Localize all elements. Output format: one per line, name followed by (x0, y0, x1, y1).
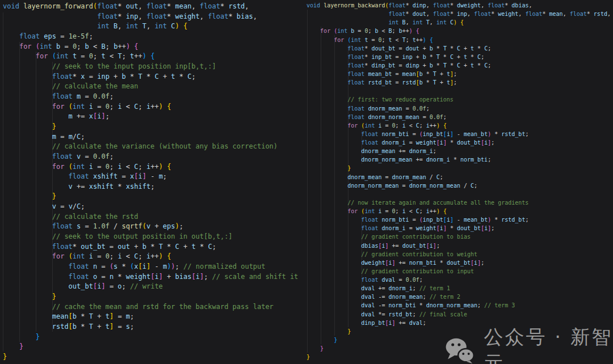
code-token: * (587, 11, 594, 17)
code-token: float (200, 2, 220, 10)
code-token: * (196, 243, 208, 251)
code-token (306, 345, 320, 352)
code-token: inp (126, 12, 138, 20)
code-token: for (52, 163, 65, 171)
indent-guide (19, 42, 20, 342)
code-token: } (3, 353, 7, 361)
watermark-text: 公众号 · 新智元 (484, 324, 613, 364)
code-token: ) (159, 252, 163, 260)
code-line: float* inp, float* weight, float* bias, (3, 12, 298, 22)
code-token: float (347, 62, 364, 69)
code-token: ; (392, 28, 399, 34)
code-token: += (396, 260, 409, 266)
code-panel-layernorm-backward[interactable]: void layernorm_backward(float* dinp, flo… (306, 1, 611, 361)
code-token: + (460, 62, 471, 69)
code-token: < (406, 122, 416, 129)
code-token: = (97, 273, 110, 281)
code-token (89, 273, 93, 281)
code-token: < (406, 208, 416, 214)
code-token: dnorm_i (389, 285, 413, 291)
code-token: m (159, 172, 163, 180)
code-token: * (491, 131, 501, 137)
code-token: = (396, 62, 406, 69)
code-line: dnorm_norm_mean += dnorm_i * norm_bti; (306, 155, 611, 164)
code-token: * (364, 62, 371, 69)
code-token: ; (433, 148, 436, 154)
code-token: [ (138, 263, 142, 270)
code-token: * (474, 62, 484, 69)
code-token: ; (423, 294, 430, 300)
code-token: float (52, 243, 73, 251)
indent-guide (36, 52, 36, 332)
code-token: , (481, 2, 488, 9)
code-token: dnorm_norm_mean (409, 183, 460, 189)
code-token: T (117, 52, 121, 60)
code-token: dnorm_i (426, 156, 450, 163)
code-token: norm_bti (460, 156, 488, 163)
code-token (3, 142, 52, 150)
code-token (306, 11, 389, 17)
code-token: dnorm_mean (347, 174, 381, 180)
code-token: ++ (150, 163, 158, 171)
code-token: ; (477, 302, 484, 308)
code-token: ; (192, 73, 196, 81)
code-token: mean_bt (464, 217, 488, 223)
code-token: i (196, 273, 200, 281)
code-token: 1e-5f (69, 32, 89, 40)
code-token: { (167, 103, 171, 111)
code-token: * (163, 243, 175, 251)
code-token: inp (402, 54, 413, 60)
code-token: int (73, 163, 85, 171)
code-line: // gradient contribution to input (306, 267, 611, 276)
code-token: , (200, 12, 208, 20)
code-token: dval (409, 320, 423, 326)
code-token: , (518, 11, 525, 17)
code-token: dnorm_norm_mean (361, 156, 412, 163)
code-line: float dnorm_norm_mean = 0.0f; (306, 113, 611, 121)
code-token: ( (69, 103, 73, 111)
code-token: ; (491, 139, 494, 146)
code-token: ; (110, 103, 117, 111)
code-line: float dval = 0.0f; (306, 276, 611, 284)
code-token: for (36, 52, 48, 60)
code-line: v = v/C; (3, 202, 298, 212)
code-line: dval *= rstd_bt; // final scale (306, 310, 611, 319)
code-line: float dnorm_mean = 0.0f; (306, 104, 611, 113)
code-token: * (447, 139, 457, 146)
code-token: + (179, 243, 192, 251)
code-token: float (97, 12, 117, 20)
code-token: t (106, 323, 110, 331)
code-token: + (419, 62, 430, 69)
code-token (85, 252, 89, 260)
code-token: ; (106, 112, 110, 120)
code-token: ; (406, 37, 413, 43)
code-panel-layernorm-forward[interactable]: void layernorm_forward(float* out, float… (3, 2, 298, 362)
code-token: ) (159, 103, 163, 111)
code-token: weight (416, 225, 436, 231)
code-token: weight (126, 273, 150, 281)
code-token: * (117, 12, 125, 20)
code-token: out_bt (69, 282, 93, 290)
code-token: C (134, 103, 138, 111)
code-token (64, 252, 68, 260)
code-token: b (122, 73, 126, 81)
code-token (306, 122, 347, 129)
code-token: 0.0f (93, 153, 110, 160)
wechat-icon (444, 335, 475, 364)
code-line: float* dout_bt = dout + b * T * C + t * … (306, 44, 611, 53)
code-token: dbias (361, 243, 378, 249)
code-line: // first: two reduce operations (306, 95, 611, 104)
code-token: * (447, 45, 457, 52)
code-token: dnorm_i (381, 139, 405, 146)
code-token: rstd_bt (501, 217, 525, 223)
code-token: } (320, 345, 324, 352)
code-token: [ (69, 323, 73, 331)
code-token: float (347, 79, 364, 86)
code-token: ; (491, 225, 494, 231)
code-token: -= (375, 302, 388, 308)
code-token: * (447, 62, 457, 69)
code-line: for (int b = 0; b < B; b++) { (3, 42, 298, 52)
code-token: + (93, 312, 106, 320)
indent-guide (348, 44, 349, 327)
code-token: ; (130, 323, 134, 331)
